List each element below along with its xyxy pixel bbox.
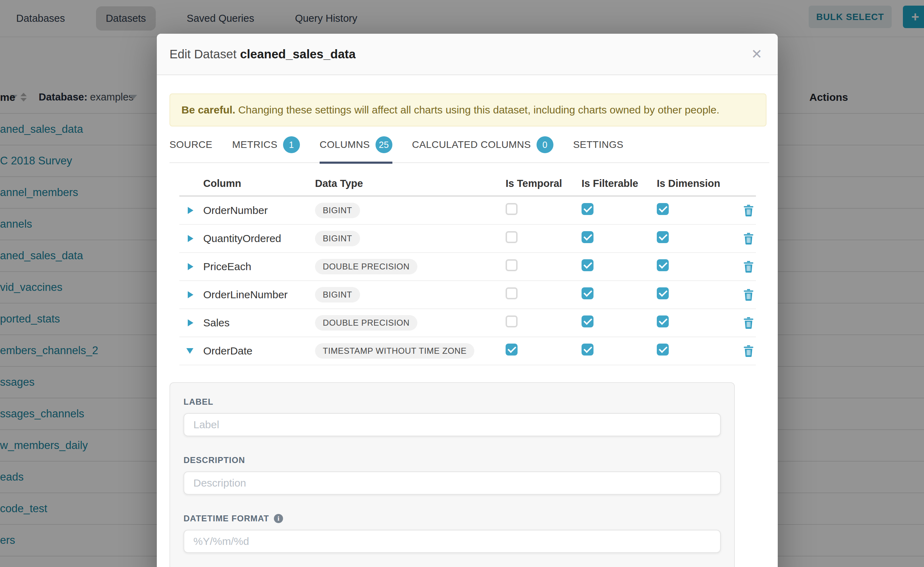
is-filterable-checkbox-checked[interactable] [582, 203, 593, 215]
close-icon[interactable]: ✕ [748, 45, 765, 63]
tab-columns[interactable]: COLUMNS 25 [320, 136, 393, 164]
column-name: PriceEach [203, 261, 315, 273]
tab-source[interactable]: SOURCE [170, 136, 212, 164]
data-type-pill: BIGINT [315, 203, 360, 218]
delete-column-button[interactable] [741, 317, 756, 329]
expand-caret-icon[interactable] [188, 207, 193, 214]
delete-column-button[interactable] [741, 204, 756, 216]
field-label: DESCRIPTION [184, 455, 721, 465]
is-filterable-checkbox-checked[interactable] [582, 315, 593, 327]
column-row: PriceEach DOUBLE PRECISION [179, 253, 756, 281]
editor-field: LABEL [184, 397, 721, 436]
is-temporal-checkbox-unchecked[interactable] [506, 231, 518, 243]
warning-bold-text: Be careful. [181, 104, 235, 116]
trash-icon [743, 345, 754, 357]
editor-field: DESCRIPTION [184, 455, 721, 495]
columns-table: Column Data Type Is Temporal Is Filterab… [179, 171, 756, 365]
trash-icon [743, 317, 754, 329]
trash-icon [743, 289, 754, 301]
modal-header: Edit Datasetcleaned_sales_data ✕ [157, 34, 778, 75]
modal-title: Edit Datasetcleaned_sales_data [170, 47, 355, 61]
tab-label: SOURCE [170, 139, 212, 150]
delete-column-button[interactable] [741, 261, 756, 273]
datetime-format-input[interactable] [184, 530, 721, 553]
is-filterable-checkbox-checked[interactable] [582, 344, 593, 356]
expand-caret-icon[interactable] [188, 263, 193, 270]
is-dimension-checkbox-checked[interactable] [657, 203, 669, 215]
data-type-pill: DOUBLE PRECISION [315, 259, 417, 274]
column-name: OrderNumber [203, 204, 315, 216]
collapse-caret-icon[interactable] [187, 348, 193, 354]
modal-body: Be careful.Changing these settings will … [157, 75, 778, 567]
trash-icon [743, 204, 754, 216]
column-header: Column [203, 178, 315, 189]
data-type-pill: DOUBLE PRECISION [315, 315, 417, 331]
is-temporal-checkbox-unchecked[interactable] [506, 315, 518, 327]
is-temporal-checkbox-checked[interactable] [506, 344, 518, 356]
is-temporal-checkbox-unchecked[interactable] [506, 259, 518, 271]
is-dimension-checkbox-checked[interactable] [657, 315, 669, 327]
tab-metrics[interactable]: METRICS 1 [232, 136, 300, 164]
delete-column-button[interactable] [741, 345, 756, 357]
data-type-pill: BIGINT [315, 231, 360, 246]
column-name: QuantityOrdered [203, 232, 315, 244]
is-temporal-header: Is Temporal [506, 178, 582, 189]
label-input[interactable] [184, 413, 721, 436]
expand-caret-icon[interactable] [188, 320, 193, 326]
expand-caret-icon[interactable] [188, 291, 193, 298]
is-temporal-checkbox-unchecked[interactable] [506, 287, 518, 299]
info-icon[interactable] [274, 514, 283, 523]
modal-title-prefix: Edit Dataset [170, 47, 236, 61]
modal-tabs: SOURCE METRICS 1 COLUMNS 25 CALCULATED C… [170, 136, 769, 163]
delete-column-button[interactable] [741, 289, 756, 301]
tab-count-badge: 0 [537, 136, 554, 153]
is-dimension-checkbox-checked[interactable] [657, 259, 669, 271]
column-editor-panel: LABEL DESCRIPTION DATETIME FORMAT [170, 382, 735, 567]
is-dimension-checkbox-checked[interactable] [657, 287, 669, 299]
data-type-pill: TIMESTAMP WITHOUT TIME ZONE [315, 343, 474, 358]
tab-count-badge: 1 [283, 136, 300, 153]
tab-settings[interactable]: SETTINGS [573, 136, 623, 164]
trash-icon [743, 232, 754, 244]
data-type-header: Data Type [315, 178, 506, 189]
field-label: DATETIME FORMAT [184, 514, 721, 524]
tab-count-badge: 25 [376, 136, 393, 153]
column-name: Sales [203, 317, 315, 329]
is-temporal-checkbox-unchecked[interactable] [506, 203, 518, 215]
is-dimension-header: Is Dimension [657, 178, 741, 189]
tab-label: CALCULATED COLUMNS [412, 139, 531, 150]
data-type-pill: BIGINT [315, 287, 360, 303]
edit-dataset-modal: Edit Datasetcleaned_sales_data ✕ Be care… [157, 34, 778, 567]
is-filterable-header: Is Filterable [582, 178, 657, 189]
is-dimension-checkbox-checked[interactable] [657, 344, 669, 356]
warning-banner: Be careful.Changing these settings will … [170, 93, 766, 126]
delete-column-button[interactable] [741, 232, 756, 244]
tab-label: METRICS [232, 139, 277, 150]
column-row: OrderLineNumber BIGINT [179, 281, 756, 309]
trash-icon [743, 261, 754, 273]
columns-table-body: OrderNumber BIGINT QuantityOrdered BIGIN… [179, 197, 756, 365]
modal-dataset-name: cleaned_sales_data [240, 47, 356, 61]
column-name: OrderLineNumber [203, 289, 315, 301]
columns-table-header: Column Data Type Is Temporal Is Filterab… [179, 171, 756, 197]
column-row: QuantityOrdered BIGINT [179, 225, 756, 253]
is-filterable-checkbox-checked[interactable] [582, 231, 593, 243]
column-row: Sales DOUBLE PRECISION [179, 309, 756, 337]
column-row: OrderDate TIMESTAMP WITHOUT TIME ZONE [179, 337, 756, 365]
field-label: LABEL [184, 397, 721, 407]
warning-text: Changing these settings will affect all … [238, 104, 719, 116]
column-row: OrderNumber BIGINT [179, 197, 756, 225]
is-filterable-checkbox-checked[interactable] [582, 287, 593, 299]
description-input[interactable] [184, 471, 721, 495]
expand-caret-icon[interactable] [188, 235, 193, 242]
is-dimension-checkbox-checked[interactable] [657, 231, 669, 243]
column-name: OrderDate [203, 345, 315, 357]
editor-field: DATETIME FORMAT [184, 514, 721, 553]
tab-label: COLUMNS [320, 139, 370, 150]
tab-label: SETTINGS [573, 139, 623, 150]
tab-calculated-columns[interactable]: CALCULATED COLUMNS 0 [412, 136, 554, 164]
is-filterable-checkbox-checked[interactable] [582, 259, 593, 271]
